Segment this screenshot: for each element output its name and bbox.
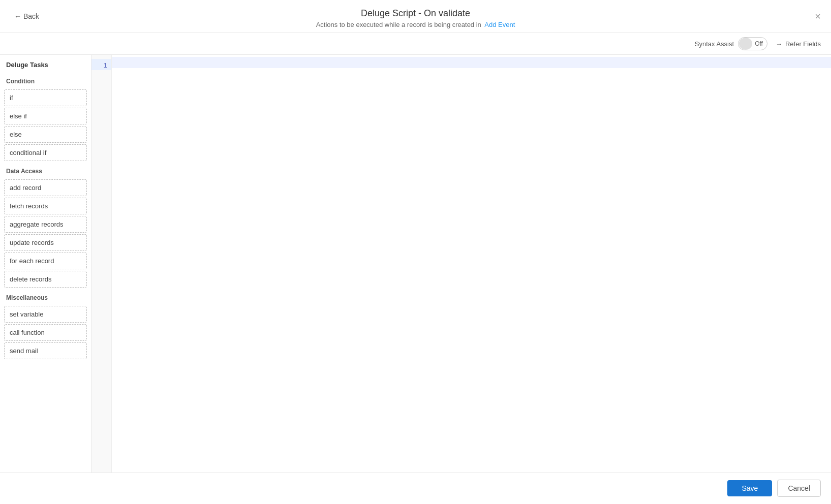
sidebar-item-else-if[interactable]: else if	[4, 108, 87, 124]
subtitle-prefix: Actions to be executed while a record is…	[316, 21, 481, 28]
sidebar-item-send-mail[interactable]: send mail	[4, 342, 87, 359]
toggle-state-label: Off	[753, 40, 767, 47]
back-button[interactable]: ← Back	[10, 10, 43, 22]
main-content: Deluge Tasks Condition if else if else c…	[0, 55, 831, 472]
refer-fields-icon: →	[776, 40, 782, 48]
code-editor[interactable]	[112, 55, 831, 472]
refer-fields-button[interactable]: → Refer Fields	[776, 40, 821, 48]
save-button[interactable]: Save	[727, 480, 772, 496]
line-numbers: 1	[91, 55, 112, 472]
sidebar-item-for-each-record[interactable]: for each record	[4, 253, 87, 269]
sidebar-item-update-records[interactable]: update records	[4, 234, 87, 251]
sidebar-title: Deluge Tasks	[0, 61, 91, 73]
section-label-data-access: Data Access	[0, 163, 91, 178]
toggle-knob	[739, 38, 752, 50]
sidebar-item-conditional-if[interactable]: conditional if	[4, 144, 87, 161]
sidebar-item-if[interactable]: if	[4, 89, 87, 106]
section-label-condition: Condition	[0, 73, 91, 88]
header: ← Back Deluge Script - On validate Actio…	[0, 0, 831, 33]
cancel-button[interactable]: Cancel	[777, 480, 821, 497]
sidebar-item-add-record[interactable]: add record	[4, 179, 87, 196]
sidebar-item-call-function[interactable]: call function	[4, 324, 87, 341]
footer: Save Cancel	[0, 472, 831, 503]
line-number-1: 1	[91, 59, 111, 70]
syntax-assist-control: Syntax Assist Off	[695, 37, 767, 50]
refer-fields-label: Refer Fields	[785, 40, 821, 48]
header-title-area: Deluge Script - On validate Actions to b…	[316, 8, 515, 28]
section-label-miscellaneous: Miscellaneous	[0, 289, 91, 304]
back-arrow-icon: ←	[14, 12, 21, 20]
header-subtitle: Actions to be executed while a record is…	[316, 21, 515, 28]
page-title: Deluge Script - On validate	[316, 8, 515, 19]
close-button[interactable]: ×	[815, 11, 821, 21]
close-icon: ×	[815, 11, 821, 22]
sidebar: Deluge Tasks Condition if else if else c…	[0, 55, 91, 472]
sidebar-item-aggregate-records[interactable]: aggregate records	[4, 216, 87, 233]
sidebar-item-fetch-records[interactable]: fetch records	[4, 198, 87, 214]
sidebar-item-delete-records[interactable]: delete records	[4, 271, 87, 288]
toolbar: Syntax Assist Off → Refer Fields	[0, 33, 831, 55]
sidebar-item-else[interactable]: else	[4, 126, 87, 143]
syntax-assist-toggle[interactable]: Off	[738, 37, 767, 50]
code-line-1	[112, 57, 831, 68]
editor-area: 1	[91, 55, 831, 472]
back-label: Back	[23, 12, 39, 20]
syntax-assist-label: Syntax Assist	[695, 40, 734, 48]
add-event-link[interactable]: Add Event	[484, 21, 515, 28]
sidebar-item-set-variable[interactable]: set variable	[4, 306, 87, 323]
